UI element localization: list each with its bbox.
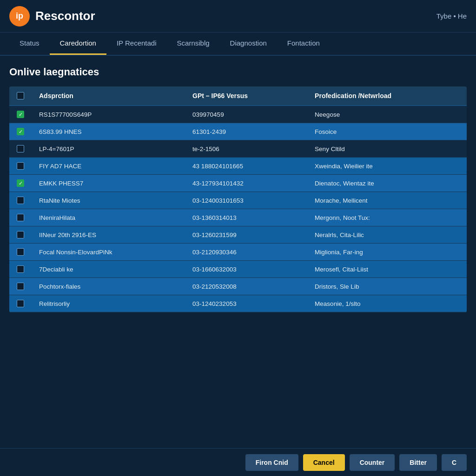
- cell-name: RtaNite Miotes: [32, 192, 185, 209]
- cell-profile: Neralrls, Cita-Lilic: [307, 226, 467, 244]
- cell-checkbox: [9, 244, 32, 261]
- col-ip: GPt – IP66 Versus: [185, 86, 307, 106]
- main-table-container: Adsprction GPt – IP66 Versus Profedicati…: [9, 86, 467, 312]
- page-title: Onlive laegnatices: [9, 66, 467, 78]
- cell-profile: Miglionia, Far-ing: [307, 244, 467, 261]
- tab-status[interactable]: Status: [9, 33, 50, 55]
- table-row: Focal Nonsin-ElovardPiNk03-2120930346Mig…: [9, 244, 467, 261]
- cell-ip: 039970459: [185, 106, 307, 123]
- row-checkbox[interactable]: [17, 197, 24, 204]
- cell-checkbox: [9, 295, 32, 312]
- row-checkbox[interactable]: [17, 214, 24, 221]
- row-checkbox[interactable]: [17, 248, 24, 256]
- cell-ip: 03-1360314013: [185, 209, 307, 226]
- table-row: 7Deciabli ke03-1660632003Merosefl, Cital…: [9, 261, 467, 278]
- cell-checkbox: [9, 140, 32, 158]
- tab-caredortion[interactable]: Caredortion: [50, 33, 106, 55]
- cell-ip: 43 188024101665: [185, 158, 307, 175]
- cell-name: 6S83.99 HNES: [32, 123, 185, 140]
- row-checkbox[interactable]: [17, 231, 24, 238]
- table-row: RtaNite Miotes03-124003101653Morache, Me…: [9, 192, 467, 209]
- cell-profile: Merosefl, Cital-Liist: [307, 261, 467, 278]
- table-row: ✓RS1S77700S649P039970459Neegose: [9, 106, 467, 123]
- firon-cnid-button[interactable]: Firon Cnid: [245, 454, 298, 471]
- table-row: Pochtorx-fiales03-2120532008Dristors, Sl…: [9, 278, 467, 295]
- nav-tabs: Status Caredortion IP Recentadi Scarnsib…: [0, 33, 476, 56]
- tab-scarnsiblg[interactable]: Scarnsiblg: [167, 33, 220, 55]
- table-row: FIY AD7 HACE43 188024101665Xweindia, Wie…: [9, 158, 467, 175]
- cell-name: 7Deciabli ke: [32, 261, 185, 278]
- col-checkbox: [9, 86, 32, 106]
- cell-checkbox: [9, 209, 32, 226]
- cell-ip: 03-1660632003: [185, 261, 307, 278]
- row-checkbox[interactable]: [17, 283, 24, 290]
- cell-name: Relitrisorliy: [32, 295, 185, 312]
- footer: Firon Cnid Cancel Counter Bitter C: [0, 448, 476, 476]
- cell-ip: 03-124003101653: [185, 192, 307, 209]
- table-row: IINeur 20th 2916-ES03-1260231599Neralrls…: [9, 226, 467, 244]
- tab-diagnostion[interactable]: Diagnostion: [220, 33, 277, 55]
- col-adsprction: Adsprction: [32, 86, 185, 106]
- row-checkbox[interactable]: [17, 265, 24, 273]
- cell-ip: te-2-1506: [185, 140, 307, 158]
- extra-button[interactable]: C: [442, 454, 467, 471]
- table-row: Relitrisorliy03-1240232053Measonie, 1/sl…: [9, 295, 467, 312]
- table-row: ✓6S83.99 HNES61301-2439Fosoice: [9, 123, 467, 140]
- cell-checkbox: ✓: [9, 175, 32, 192]
- cell-checkbox: [9, 158, 32, 175]
- app-title: Rescontor: [35, 9, 436, 23]
- cell-name: FIY AD7 HACE: [32, 158, 185, 175]
- cancel-button[interactable]: Cancel: [303, 454, 345, 471]
- cell-name: EMKK PHESS7: [32, 175, 185, 192]
- row-checkbox[interactable]: [17, 162, 24, 170]
- table-row: INeniraHilata03-1360314013Mergonn, Noot …: [9, 209, 467, 226]
- cell-ip: 03-1240232053: [185, 295, 307, 312]
- cell-name: Pochtorx-fiales: [32, 278, 185, 295]
- row-checkbox[interactable]: ✓: [17, 179, 24, 187]
- cell-ip: 03-2120930346: [185, 244, 307, 261]
- cell-profile: Fosoice: [307, 123, 467, 140]
- cell-checkbox: ✓: [9, 106, 32, 123]
- table-header-row: Adsprction GPt – IP66 Versus Profedicati…: [9, 86, 467, 106]
- row-checkbox[interactable]: ✓: [17, 111, 24, 118]
- cell-profile: Mergonn, Noot Tux:: [307, 209, 467, 226]
- tab-ip-recentadi[interactable]: IP Recentadi: [106, 33, 167, 55]
- cell-profile: Measonie, 1/slto: [307, 295, 467, 312]
- page-content: Onlive laegnatices Adsprction GPt – IP66…: [0, 56, 476, 317]
- cell-checkbox: [9, 192, 32, 209]
- table-row: LP-4=7601Pte-2-1506Seny Cltild: [9, 140, 467, 158]
- cell-name: INeniraHilata: [32, 209, 185, 226]
- main-table: Adsprction GPt – IP66 Versus Profedicati…: [9, 86, 467, 312]
- cell-ip: 03-2120532008: [185, 278, 307, 295]
- cell-profile: Dristors, Sle Lib: [307, 278, 467, 295]
- app-logo: ip: [9, 6, 30, 26]
- cell-profile: Xweindia, Wieilier ite: [307, 158, 467, 175]
- cell-profile: Neegose: [307, 106, 467, 123]
- cell-name: LP-4=7601P: [32, 140, 185, 158]
- cell-checkbox: [9, 226, 32, 244]
- tab-fontaction[interactable]: Fontaction: [277, 33, 330, 55]
- cell-ip: 43-127934101432: [185, 175, 307, 192]
- header-right-text: Tybe • He: [436, 12, 467, 20]
- counter-button[interactable]: Counter: [350, 454, 395, 471]
- cell-name: Focal Nonsin-ElovardPiNk: [32, 244, 185, 261]
- header: ip Rescontor Tybe • He: [0, 0, 476, 33]
- cell-checkbox: [9, 278, 32, 295]
- col-profile: Profedication /Netwrload: [307, 86, 467, 106]
- cell-checkbox: [9, 261, 32, 278]
- header-checkbox[interactable]: [17, 92, 24, 99]
- row-checkbox[interactable]: [17, 300, 24, 307]
- cell-profile: Dienatoc, Wientaz ite: [307, 175, 467, 192]
- table-row: ✓EMKK PHESS743-127934101432Dienatoc, Wie…: [9, 175, 467, 192]
- cell-profile: Seny Cltild: [307, 140, 467, 158]
- cell-checkbox: ✓: [9, 123, 32, 140]
- row-checkbox[interactable]: [17, 145, 24, 152]
- cell-name: RS1S77700S649P: [32, 106, 185, 123]
- bitter-button[interactable]: Bitter: [399, 454, 437, 471]
- cell-ip: 03-1260231599: [185, 226, 307, 244]
- row-checkbox[interactable]: ✓: [17, 128, 24, 135]
- cell-name: IINeur 20th 2916-ES: [32, 226, 185, 244]
- cell-ip: 61301-2439: [185, 123, 307, 140]
- cell-profile: Morache, Mellicent: [307, 192, 467, 209]
